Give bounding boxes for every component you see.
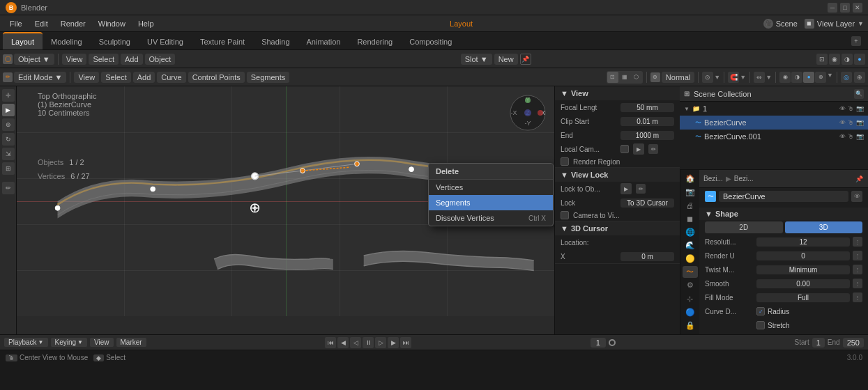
view-lock-header[interactable]: ▼ View Lock [555, 168, 680, 182]
resolution-value[interactable]: 12 [756, 237, 850, 247]
mirror-btn[interactable]: ⇔ [754, 72, 765, 83]
proportional-btn[interactable]: ⊙ [702, 72, 713, 83]
select-mode-3[interactable]: ⬡ [631, 72, 642, 83]
minimize-button[interactable]: ─ [828, 3, 837, 13]
transform-tool[interactable]: ⊞ [2, 162, 15, 175]
collection-render[interactable]: 📷 [856, 105, 864, 112]
new-button[interactable]: New [494, 54, 518, 65]
edit-mode-selector[interactable]: ✏ Edit Mode ▼ [3, 72, 66, 83]
bc001-render[interactable]: 📷 [856, 133, 864, 140]
edit-select-menu[interactable]: Select [101, 72, 131, 83]
props-world-btn[interactable]: 🌊 [683, 240, 698, 251]
jump-start-btn[interactable]: ⏮ [325, 337, 336, 348]
cursor-x-value[interactable]: 0 m [620, 252, 674, 261]
local-cam-icon-btn[interactable]: ▶ [633, 143, 644, 155]
object-visibility-icon[interactable]: 👁 [851, 191, 862, 202]
add-menu[interactable]: Add [121, 54, 143, 65]
select-mode-1[interactable]: ⊡ [607, 72, 618, 83]
outliner-filter-btn[interactable]: 🔍 [854, 89, 864, 99]
props-scene-settings-btn[interactable]: 🌐 [683, 226, 698, 238]
bc001-select[interactable]: 🖱 [848, 133, 854, 140]
shape-section-header[interactable]: ▼ Shape [699, 208, 868, 220]
render-u-value[interactable]: 0 [756, 251, 850, 260]
material-btn[interactable]: ◑ [842, 54, 853, 65]
collection-select[interactable]: 🖱 [848, 105, 854, 112]
scale-tool[interactable]: ⇲ [2, 148, 15, 160]
rendered-shading-btn[interactable]: ● [803, 72, 814, 83]
bc-select[interactable]: 🖱 [848, 119, 854, 126]
menu-edit[interactable]: Edit [29, 18, 54, 29]
snap-btn[interactable]: 🧲 [728, 72, 739, 83]
3d-btn[interactable]: 3D [785, 221, 863, 233]
edit-add-menu[interactable]: Add [133, 72, 155, 83]
collection-visibility[interactable]: 👁 [839, 105, 846, 112]
lock-value[interactable]: To 3D Cursor [620, 198, 674, 208]
stretch-checkbox[interactable] [756, 321, 765, 329]
playback-btn[interactable]: Playback ▼ [4, 338, 48, 347]
props-material-btn[interactable]: ⚙ [683, 279, 698, 291]
menu-render[interactable]: Render [55, 18, 91, 29]
tab-modeling[interactable]: Modeling [43, 32, 91, 49]
mirror-expand[interactable]: ▼ [766, 74, 772, 81]
props-output-btn[interactable]: 🖨 [683, 199, 698, 211]
menu-layout-active[interactable]: Layout [444, 18, 478, 29]
annotate-tool[interactable]: ✏ [2, 182, 15, 194]
outliner-beziercurve-row[interactable]: 〜 BezierCurve 👁 🖱 📷 [680, 116, 868, 130]
edit-view-menu[interactable]: View [74, 72, 99, 83]
camera-to-view-checkbox[interactable] [561, 211, 569, 219]
pin-button[interactable]: 📌 [520, 54, 531, 65]
move-tool[interactable]: ⊕ [2, 118, 15, 131]
lock-to-ob-icon[interactable]: ▶ [620, 183, 632, 194]
edit-curve-menu[interactable]: Curve [157, 72, 185, 83]
bc-render[interactable]: 📷 [856, 119, 864, 126]
gizmo-btn[interactable]: ⊕ [854, 72, 865, 83]
play-rev-btn[interactable]: ◁ [350, 337, 361, 348]
keying-btn[interactable]: Keying ▼ [51, 338, 88, 347]
edit-segments-menu[interactable]: Segments [247, 72, 290, 83]
tab-texture-paint[interactable]: Texture Paint [192, 32, 253, 49]
object-menu[interactable]: Object [145, 54, 176, 65]
close-button[interactable]: ✕ [853, 3, 862, 13]
local-cam-edit-btn[interactable]: ✏ [648, 144, 658, 154]
local-cam-checkbox[interactable] [620, 145, 629, 153]
add-workspace-button[interactable]: + [851, 36, 861, 46]
bc001-visibility[interactable]: 👁 [839, 133, 846, 140]
props-render-btn[interactable]: 📷 [683, 186, 698, 198]
ctx-dissolve[interactable]: Dissolve Vertices Ctrl X [429, 210, 553, 226]
smooth-value[interactable]: 0.00 [756, 279, 850, 288]
pause-btn[interactable]: ⏸ [363, 337, 374, 348]
fill-mode-value[interactable]: Full [756, 293, 850, 302]
material-shading-btn[interactable]: ◑ [791, 72, 802, 83]
object-name-field[interactable]: BezierCurve [719, 191, 848, 202]
tab-animation[interactable]: Animation [298, 32, 349, 49]
solid-btn[interactable]: ◉ [829, 54, 840, 65]
select-mode-2[interactable]: ▦ [619, 72, 630, 83]
overlay-btn[interactable]: ◎ [841, 72, 852, 83]
view-menu[interactable]: View [62, 54, 87, 65]
edit-mode-dropdown[interactable]: Edit Mode ▼ [14, 72, 66, 83]
radius-checkbox[interactable]: ✓ [756, 307, 765, 315]
clip-end-value[interactable]: 1000 m [620, 131, 674, 140]
start-frame[interactable]: 1 [812, 338, 825, 348]
view-section-header[interactable]: ▼ View [555, 86, 680, 100]
props-scene-btn[interactable]: 🏠 [683, 173, 698, 185]
menu-window[interactable]: Window [93, 18, 131, 29]
cursor-section-header[interactable]: ▼ 3D Cursor [555, 221, 680, 235]
lock-to-ob-edit[interactable]: ✏ [636, 184, 646, 194]
props-data-btn[interactable]: 〜 [683, 266, 698, 278]
play-btn[interactable]: ▷ [375, 337, 386, 348]
render-u-extra-btn[interactable]: ⋮ [853, 251, 862, 260]
wireframe-btn[interactable]: ⊡ [816, 54, 828, 65]
fill-mode-extra-btn[interactable]: ⋮ [853, 292, 862, 302]
select-menu[interactable]: Select [89, 54, 119, 65]
tab-compositing[interactable]: Compositing [401, 32, 460, 49]
select-tool[interactable]: ▶ [2, 104, 15, 116]
menu-file[interactable]: File [4, 18, 28, 29]
next-frame-btn[interactable]: ▶ [388, 337, 399, 348]
twist-extra-btn[interactable]: ⋮ [853, 265, 862, 274]
2d-btn[interactable]: 2D [705, 221, 783, 233]
view-btn[interactable]: View [90, 338, 114, 347]
focal-length-value[interactable]: 50 mm [620, 103, 674, 112]
viewport[interactable]: Top Orthographic (1) BezierCurve 10 Cent… [17, 86, 554, 334]
jump-end-btn[interactable]: ⏭ [400, 337, 411, 348]
